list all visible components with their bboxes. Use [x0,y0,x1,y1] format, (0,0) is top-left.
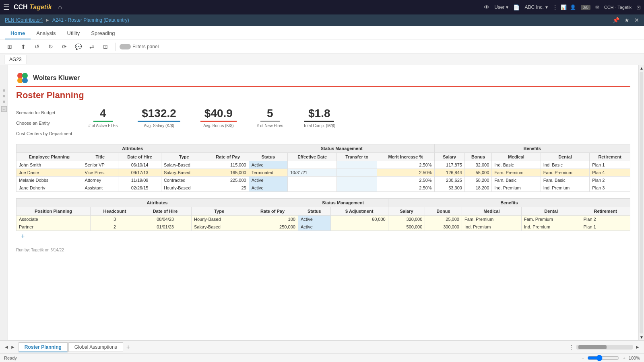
table-cell[interactable] [330,223,388,231]
table-cell[interactable]: 3 [90,216,139,223]
table-cell[interactable]: Associate [17,216,91,223]
breadcrumb-current[interactable]: A241 - Roster Planning (Data entry) [52,17,129,23]
table-cell[interactable]: Active [249,177,287,184]
toolbar-sync-btn[interactable]: ⟳ [59,41,70,52]
table-cell[interactable]: Partner [17,223,91,231]
scroll-down-btn[interactable]: ▼ [639,334,644,340]
table-cell[interactable]: Ind. Basic [541,161,590,169]
table-cell[interactable]: 320,000 [388,216,425,223]
table-cell[interactable]: 02/26/15 [118,184,161,192]
table-cell[interactable]: 126,844 [434,169,464,177]
table-cell[interactable]: Active [249,161,287,169]
table-cell[interactable] [337,184,377,192]
tab-home[interactable]: Home [5,28,31,39]
zoom-plus-btn[interactable]: + [623,356,625,360]
sidebar-collapse-btn[interactable]: − [1,106,7,112]
table-cell[interactable]: 53,300 [434,184,464,192]
table-cell[interactable]: Plan 1 [581,223,630,231]
add-row-btn[interactable]: + [19,232,27,241]
table-cell[interactable]: Plan 2 [581,216,630,223]
toolbar-layout-btn[interactable]: ⊡ [100,41,111,52]
table-cell[interactable]: 11/19/09 [118,177,161,184]
table-cell[interactable] [287,161,336,169]
table-cell[interactable]: Plan 2 [590,177,630,184]
bottom-nav-prev[interactable]: ◄ [4,344,9,350]
breadcrumb-contributor[interactable]: PLN (Contributor) [5,17,43,23]
table-cell[interactable]: Attorney [82,177,118,184]
table-cell[interactable]: 230,625 [434,177,464,184]
table-cell[interactable]: Active [298,223,330,231]
table-cell[interactable]: Contracted [161,177,207,184]
table-cell[interactable]: 06/10/14 [118,161,161,169]
table-cell[interactable]: 2.50% [377,177,435,184]
table-cell[interactable]: 18,200 [464,184,491,192]
table-cell[interactable]: Fam. Premium [521,216,581,223]
table-cell[interactable]: Fam. Premium [541,169,590,177]
ellipsis-icon[interactable]: ⋮ [553,4,557,10]
table-cell[interactable]: Salary-Based [191,223,247,231]
horizontal-scrollbar[interactable] [576,345,633,350]
table-cell[interactable] [287,177,336,184]
table-cell[interactable]: Ind. Premium [521,223,581,231]
table-cell[interactable]: 2.50% [377,184,435,192]
table-cell[interactable]: 25 [207,184,249,192]
table-cell[interactable]: Salary-Based [161,161,207,169]
table-cell[interactable]: 01/01/23 [139,223,192,231]
table-cell[interactable]: Jane Doherty [17,184,82,192]
user-btn[interactable]: User ▾ [494,4,508,10]
table-cell[interactable]: Plan 1 [590,161,630,169]
table-cell[interactable]: Fam. Basic [541,177,590,184]
tab-analysis[interactable]: Analysis [31,28,61,39]
table-cell[interactable]: 250,000 [247,223,298,231]
table-cell[interactable]: Plan 3 [590,184,630,192]
table-cell[interactable]: 165,000 [207,169,249,177]
table-cell[interactable]: Fam. Basic [492,177,541,184]
table-cell[interactable]: 500,000 [388,223,425,231]
toolbar-upload-btn[interactable]: ⬆ [18,41,29,52]
home-icon[interactable]: ⌂ [58,4,62,11]
bottom-nav-next[interactable]: ► [10,344,15,350]
table-cell[interactable]: 60,000 [330,216,388,223]
tab-utility[interactable]: Utility [62,28,86,39]
table-cell[interactable]: Vice Pres. [82,169,118,177]
chart-icon[interactable]: 📊 [561,4,567,10]
table-cell[interactable]: 300,000 [425,223,462,231]
table-cell[interactable]: Senior VP [82,161,118,169]
toolbar-refresh-btn[interactable]: ↺ [31,41,43,52]
table-cell[interactable] [337,177,377,184]
table-cell[interactable]: 55,000 [464,169,491,177]
table-cell[interactable]: Hourly-Based [191,216,247,223]
person-icon[interactable]: 👤 [570,4,576,10]
table-cell[interactable]: Assistant [82,184,118,192]
table-cell[interactable]: 2 [90,223,139,231]
table-cell[interactable]: Joe Dante [17,169,82,177]
zoom-minus-btn[interactable]: − [582,356,584,360]
table-cell[interactable] [337,161,377,169]
table-cell[interactable]: 2.50% [377,169,435,177]
close-icon[interactable]: ✕ [634,17,639,23]
company-btn[interactable]: ABC Inc. ▾ [524,4,547,10]
table-cell[interactable] [337,169,377,177]
table-cell[interactable]: 08/04/23 [139,216,192,223]
table-cell[interactable]: John Smith [17,161,82,169]
table-cell[interactable]: 115,000 [207,161,249,169]
star-icon[interactable]: ★ [624,17,630,23]
filters-toggle-switch[interactable] [120,44,131,49]
bottom-options-icon[interactable]: ⋮ [569,344,574,350]
toolbar-grid-btn[interactable]: ⊞ [4,41,15,52]
table-cell[interactable]: Ind. Premium [462,223,521,231]
table-cell[interactable]: Active [249,184,287,192]
table-cell[interactable]: Plan 4 [590,169,630,177]
toolbar-transfer-btn[interactable]: ⇄ [86,41,97,52]
table-cell[interactable]: Fam. Premium [492,169,541,177]
table-cell[interactable]: 25,000 [425,216,462,223]
add-sheet-btn[interactable]: + [124,343,132,351]
table-cell[interactable]: Ind. Premium [541,184,590,192]
bottom-tab-global-assumptions[interactable]: Global Assumptions [68,342,123,352]
table-cell[interactable] [287,184,336,192]
table-cell[interactable]: 58,200 [464,177,491,184]
pin-icon[interactable]: 📌 [613,17,619,23]
zoom-slider[interactable] [587,355,619,361]
table-cell[interactable]: Melanie Dobbs [17,177,82,184]
table-cell[interactable]: Terminated [249,169,287,177]
